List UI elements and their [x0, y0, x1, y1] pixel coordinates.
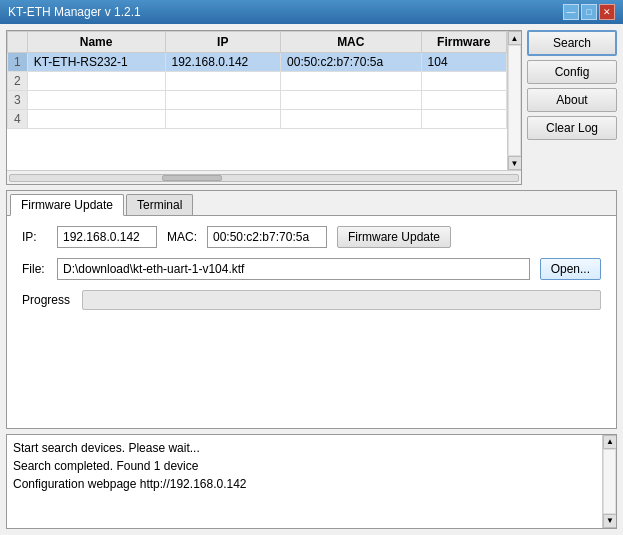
- ip-mac-row: IP: MAC: Firmware Update: [22, 226, 601, 248]
- log-line: Search completed. Found 1 device: [13, 457, 595, 475]
- top-section: Name IP MAC Firmware 1 KT-ETH-RS232-1 19…: [6, 30, 617, 185]
- col-header-name: Name: [27, 32, 165, 53]
- table-row[interactable]: 2: [8, 72, 507, 91]
- row-firmware: [421, 110, 506, 129]
- col-header-mac: MAC: [281, 32, 421, 53]
- row-name: [27, 72, 165, 91]
- main-content: Name IP MAC Firmware 1 KT-ETH-RS232-1 19…: [0, 24, 623, 535]
- row-mac: [281, 110, 421, 129]
- row-ip: [165, 72, 281, 91]
- log-line: Configuration webpage http://192.168.0.1…: [13, 475, 595, 493]
- col-header-index: [8, 32, 28, 53]
- progress-row: Progress: [22, 290, 601, 310]
- row-ip: 192.168.0.142: [165, 53, 281, 72]
- clear-log-button[interactable]: Clear Log: [527, 116, 617, 140]
- table-scroll-area: Name IP MAC Firmware 1 KT-ETH-RS232-1 19…: [7, 31, 521, 170]
- log-section: Start search devices. Please wait...Sear…: [6, 434, 617, 529]
- log-scrollbar[interactable]: ▲ ▼: [602, 435, 616, 528]
- file-row: File: Open...: [22, 258, 601, 280]
- tab-bar: Firmware Update Terminal: [7, 191, 616, 216]
- row-firmware: 104: [421, 53, 506, 72]
- col-header-firmware: Firmware: [421, 32, 506, 53]
- tab-terminal[interactable]: Terminal: [126, 194, 193, 215]
- ip-input[interactable]: [57, 226, 157, 248]
- row-mac: [281, 72, 421, 91]
- row-num: 3: [8, 91, 28, 110]
- close-button[interactable]: ✕: [599, 4, 615, 20]
- vscroll-track[interactable]: [508, 45, 521, 156]
- row-num: 2: [8, 72, 28, 91]
- row-mac: 00:50:c2:b7:70:5a: [281, 53, 421, 72]
- table-row[interactable]: 4: [8, 110, 507, 129]
- row-firmware: [421, 72, 506, 91]
- row-name: [27, 91, 165, 110]
- minimize-button[interactable]: —: [563, 4, 579, 20]
- about-button[interactable]: About: [527, 88, 617, 112]
- vscroll-down-arrow[interactable]: ▼: [508, 156, 522, 170]
- window-controls: — □ ✕: [563, 4, 615, 20]
- device-table-container: Name IP MAC Firmware 1 KT-ETH-RS232-1 19…: [6, 30, 522, 185]
- progress-label: Progress: [22, 293, 72, 307]
- table-row[interactable]: 3: [8, 91, 507, 110]
- open-button[interactable]: Open...: [540, 258, 601, 280]
- log-scroll-down[interactable]: ▼: [603, 514, 617, 528]
- right-buttons-panel: Search Config About Clear Log: [527, 30, 617, 185]
- table-row[interactable]: 1 KT-ETH-RS232-1 192.168.0.142 00:50:c2:…: [8, 53, 507, 72]
- config-button[interactable]: Config: [527, 60, 617, 84]
- tab-content: IP: MAC: Firmware Update File: Open... P…: [7, 216, 616, 428]
- search-button[interactable]: Search: [527, 30, 617, 56]
- device-table: Name IP MAC Firmware 1 KT-ETH-RS232-1 19…: [7, 31, 507, 129]
- log-content: Start search devices. Please wait...Sear…: [13, 439, 610, 524]
- tab-firmware-update[interactable]: Firmware Update: [10, 194, 124, 216]
- hscroll-track[interactable]: [9, 174, 519, 182]
- row-name: [27, 110, 165, 129]
- row-ip: [165, 110, 281, 129]
- row-num: 1: [8, 53, 28, 72]
- row-num: 4: [8, 110, 28, 129]
- progress-bar-container: [82, 290, 601, 310]
- log-scroll-up[interactable]: ▲: [603, 435, 617, 449]
- ip-label: IP:: [22, 230, 47, 244]
- window-title: KT-ETH Manager v 1.2.1: [8, 5, 141, 19]
- row-name: KT-ETH-RS232-1: [27, 53, 165, 72]
- file-label: File:: [22, 262, 47, 276]
- vscroll-up-arrow[interactable]: ▲: [508, 31, 522, 45]
- hscroll-thumb[interactable]: [162, 175, 222, 181]
- file-input[interactable]: [57, 258, 530, 280]
- row-ip: [165, 91, 281, 110]
- firmware-update-button[interactable]: Firmware Update: [337, 226, 451, 248]
- table-hscrollbar[interactable]: [7, 170, 521, 184]
- col-header-ip: IP: [165, 32, 281, 53]
- log-scroll-track[interactable]: [603, 449, 616, 514]
- table-vscrollbar[interactable]: ▲ ▼: [507, 31, 521, 170]
- row-mac: [281, 91, 421, 110]
- tabs-section: Firmware Update Terminal IP: MAC: Firmwa…: [6, 190, 617, 429]
- table-rows-area: Name IP MAC Firmware 1 KT-ETH-RS232-1 19…: [7, 31, 507, 170]
- log-line: Start search devices. Please wait...: [13, 439, 595, 457]
- maximize-button[interactable]: □: [581, 4, 597, 20]
- title-bar: KT-ETH Manager v 1.2.1 — □ ✕: [0, 0, 623, 24]
- mac-input[interactable]: [207, 226, 327, 248]
- row-firmware: [421, 91, 506, 110]
- mac-label: MAC:: [167, 230, 197, 244]
